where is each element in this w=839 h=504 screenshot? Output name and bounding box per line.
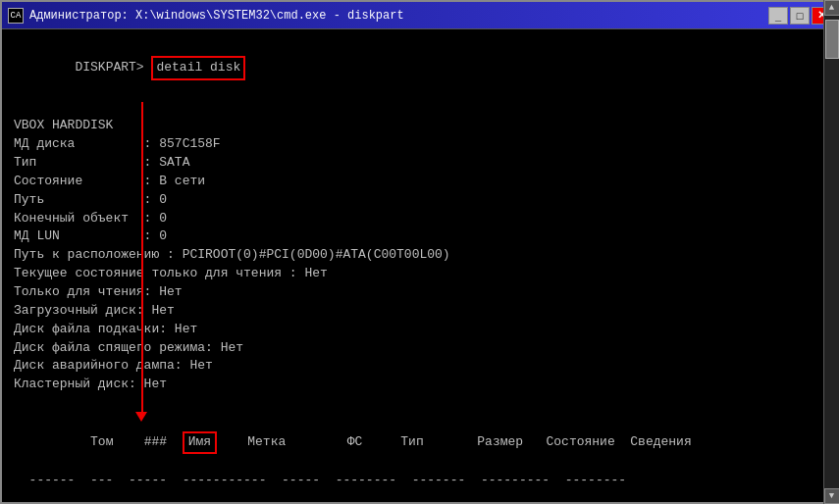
window-title: Администратор: X:\windows\SYSTEM32\cmd.e… (29, 9, 768, 23)
blank-line-1 (14, 99, 817, 118)
info-line-6: Путь к расположению : PCIROOT(0)#PCI(0D0… (14, 246, 817, 265)
info-line-1: Тип : SATA (14, 154, 817, 173)
vbox-line: VBOX HARDDISK (14, 117, 817, 135)
info-line-9: Загрузочный диск: Нет (14, 302, 817, 321)
info-line-8: Только для чтения: Нет (14, 283, 817, 302)
minimize-button[interactable]: _ (768, 7, 788, 25)
window-controls: _ □ ✕ (768, 7, 831, 25)
info-line-10: Диск файла подкачки: Нет (14, 321, 817, 339)
scroll-thumb[interactable] (825, 29, 837, 59)
col-vol: Том ### (75, 434, 182, 449)
info-line-13: Кластерный диск: Нет (14, 376, 817, 394)
window-icon: CA (8, 8, 24, 24)
table-row-1: Том 1 C Зарезервиро NTFS Раздел 500 Мб И… (14, 490, 817, 502)
command-highlight: detail disk (151, 56, 245, 80)
scrollbar[interactable]: ▲ ▼ (823, 29, 837, 502)
info-line-0: МД диска : 857C158F (14, 135, 817, 154)
info-line-4: Конечный объект : 0 (14, 210, 817, 228)
info-line-2: Состояние : В сети (14, 173, 817, 191)
cmd-window: CA Администратор: X:\windows\SYSTEM32\cm… (0, 0, 839, 504)
scroll-down-button[interactable]: ▼ (824, 488, 838, 502)
command-line: DISKPART> detail disk (14, 37, 817, 99)
col-name-header: Имя (183, 431, 217, 454)
info-line-11: Диск файла спящего режима: Нет (14, 339, 817, 358)
table-divider: ------ --- ----- ----------- ----- -----… (14, 472, 817, 490)
blank-line-2 (14, 394, 817, 413)
title-bar: CA Администратор: X:\windows\SYSTEM32\cm… (2, 2, 837, 29)
info-line-7: Текущее состояние только для чтения : Не… (14, 265, 817, 283)
table-header-row: Том ### Имя Метка ФС Тип Размер Состояни… (14, 413, 817, 473)
maximize-button[interactable]: □ (790, 7, 810, 25)
info-line-5: МД LUN : 0 (14, 227, 817, 246)
scroll-track[interactable] (824, 29, 837, 488)
info-line-3: Путь : 0 (14, 191, 817, 210)
info-line-12: Диск аварийного дампа: Нет (14, 357, 817, 376)
col-rest-header: Метка ФС Тип Размер Состояние Сведения (217, 434, 692, 449)
diskpart-prompt: DISKPART> (75, 60, 151, 75)
console-output: DISKPART> detail disk VBOX HARDDISK МД д… (2, 29, 837, 502)
